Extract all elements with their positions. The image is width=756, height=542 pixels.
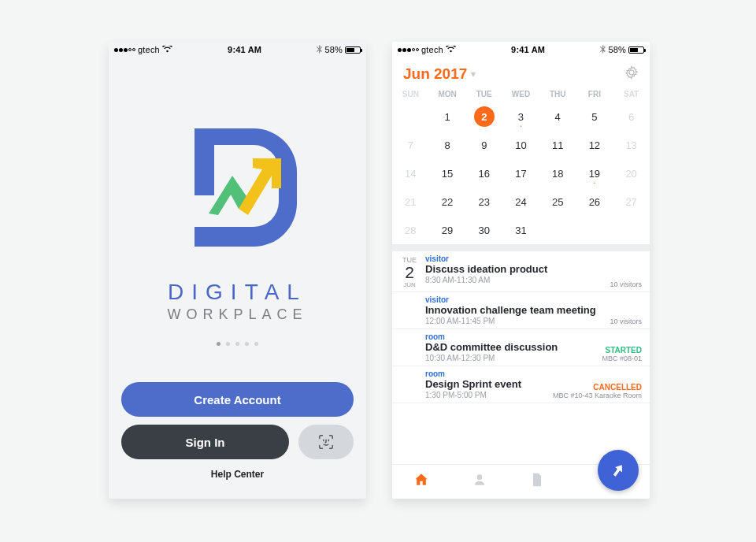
battery-label: 58% <box>324 45 343 54</box>
fab-add-button[interactable] <box>598 450 639 491</box>
agenda-item[interactable]: roomD&D committee discussion10:30 AM-12:… <box>392 329 650 366</box>
calendar-day[interactable]: 26 <box>576 187 613 216</box>
wifi-icon <box>162 45 172 54</box>
calendar-day[interactable]: 8 <box>429 131 466 159</box>
agenda-location: 10 visitors <box>610 317 642 325</box>
brand-text: DIGITAL WORKPLACE <box>167 280 307 323</box>
signal-dots-icon <box>398 48 419 52</box>
calendar-day[interactable]: 31 <box>502 216 539 244</box>
calendar-dow: THU <box>539 86 576 102</box>
calendar-day[interactable]: 28 <box>392 216 429 244</box>
calendar-day[interactable]: 5 <box>576 102 613 131</box>
calendar-day[interactable]: 2• <box>465 102 502 131</box>
agenda-date <box>397 369 425 399</box>
help-center-link[interactable]: Help Center <box>121 469 354 480</box>
calendar-day[interactable]: 20 <box>613 159 650 187</box>
agenda-status: STARTED <box>602 346 642 355</box>
section-divider <box>392 244 650 251</box>
calendar-dow: WED <box>502 86 539 102</box>
calendar-day[interactable]: 18 <box>539 159 576 187</box>
calendar-day[interactable]: 9 <box>465 131 502 159</box>
agenda-date: TUE2JUN <box>397 254 425 288</box>
calendar-day[interactable]: 3• <box>502 102 539 131</box>
wifi-icon <box>446 45 456 54</box>
tab-profile[interactable] <box>472 472 487 492</box>
settings-button[interactable] <box>624 65 639 83</box>
status-bar: gtech 9:41 AM 58% <box>109 42 366 58</box>
calendar-day[interactable]: 30 <box>465 216 502 244</box>
calendar-day[interactable]: 6 <box>613 102 650 131</box>
battery-icon <box>345 46 361 54</box>
tab-bar <box>392 464 650 499</box>
agenda-item[interactable]: roomDesign Sprint event1:30 PM-5:00 PMCA… <box>392 366 650 403</box>
tab-documents[interactable] <box>529 472 545 492</box>
brand-line-1: DIGITAL <box>167 280 307 305</box>
chevron-down-icon: ▾ <box>471 69 476 80</box>
calendar-dow: TUE <box>465 86 502 102</box>
status-bar: gtech 9:41 AM 58% <box>392 42 650 58</box>
agenda-location: MBC #10-43 Karaoke Room <box>553 392 642 399</box>
document-icon <box>529 472 545 488</box>
calendar-day <box>539 216 576 244</box>
calendar-day[interactable]: 12 <box>576 131 613 159</box>
calendar-day[interactable]: 23 <box>465 187 502 216</box>
calendar-day <box>392 102 429 131</box>
agenda-title: Discuss ideation product <box>425 263 642 276</box>
agenda-item[interactable]: visitorInnovation challenge team meeting… <box>392 292 650 329</box>
create-account-button[interactable]: Create Account <box>121 382 354 417</box>
agenda-tag: room <box>425 369 642 378</box>
home-icon <box>413 472 429 488</box>
sign-in-button[interactable]: Sign In <box>121 425 289 459</box>
app-logo-icon <box>171 113 305 265</box>
calendar-dow: MON <box>429 86 466 102</box>
agenda-location: 10 visitors <box>610 280 642 288</box>
calendar-day[interactable]: 27 <box>613 187 650 216</box>
bluetooth-icon <box>600 45 606 55</box>
calendar-day[interactable]: 19• <box>576 159 613 187</box>
calendar-day[interactable]: 7 <box>392 131 429 159</box>
calendar-day[interactable]: 24 <box>502 187 539 216</box>
carrier-label: gtech <box>421 45 443 54</box>
agenda-list[interactable]: TUE2JUNvisitorDiscuss ideation product8:… <box>392 251 650 464</box>
calendar-day[interactable]: 14 <box>392 159 429 187</box>
face-id-button[interactable] <box>298 425 354 459</box>
calendar-day[interactable]: 10 <box>502 131 539 159</box>
agenda-date <box>397 295 425 325</box>
bluetooth-icon <box>317 45 322 55</box>
calendar-day[interactable]: 29 <box>429 216 466 244</box>
brand-line-2: WORKPLACE <box>167 306 307 323</box>
calendar-day[interactable]: 22 <box>429 187 466 216</box>
calendar-screen: gtech 9:41 AM 58% Jun 2017 ▾ SUNMONTUEWE… <box>392 42 650 499</box>
calendar-grid[interactable]: SUNMONTUEWEDTHUFRISAT 12•3•4567891011121… <box>392 86 650 244</box>
calendar-day[interactable]: 4 <box>539 102 576 131</box>
agenda-item[interactable]: TUE2JUNvisitorDiscuss ideation product8:… <box>392 251 650 292</box>
calendar-day[interactable]: 1 <box>429 102 466 131</box>
carrier-label: gtech <box>138 45 160 54</box>
calendar-day[interactable]: 13 <box>613 131 650 159</box>
agenda-tag: room <box>425 332 642 341</box>
calendar-day[interactable]: 17 <box>502 159 539 187</box>
agenda-location: MBC #08-01 <box>602 355 642 362</box>
gear-icon <box>624 65 639 80</box>
tab-home[interactable] <box>413 472 429 492</box>
agenda-tag: visitor <box>425 295 642 304</box>
calendar-day <box>576 216 613 244</box>
calendar-dow: FRI <box>576 86 613 102</box>
page-indicator[interactable] <box>217 342 258 346</box>
calendar-day[interactable]: 16 <box>465 159 502 187</box>
calendar-day[interactable]: 25 <box>539 187 576 216</box>
face-id-icon <box>317 433 335 451</box>
calendar-day[interactable]: 15 <box>429 159 466 187</box>
calendar-day <box>613 216 650 244</box>
clock-label: 9:41 AM <box>456 45 600 54</box>
arrow-up-icon <box>606 458 631 483</box>
signal-dots-icon <box>114 48 135 52</box>
calendar-dow: SAT <box>613 86 650 102</box>
welcome-screen: gtech 9:41 AM 58% DIGITAL WORKPLACE <box>109 42 366 499</box>
agenda-status: CANCELLED <box>553 383 642 392</box>
calendar-month-picker[interactable]: Jun 2017 <box>403 65 467 83</box>
user-icon <box>472 472 487 488</box>
calendar-day[interactable]: 21 <box>392 187 429 216</box>
battery-label: 58% <box>608 45 626 54</box>
calendar-day[interactable]: 11 <box>539 131 576 159</box>
